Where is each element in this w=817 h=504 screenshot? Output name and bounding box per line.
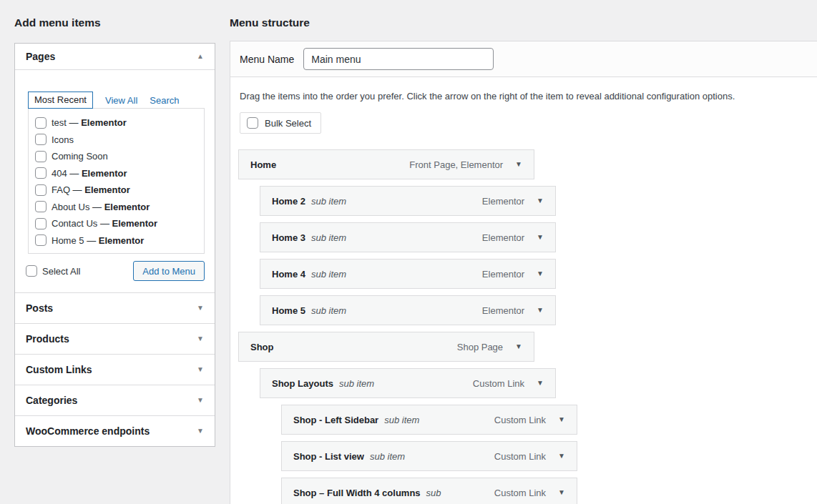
tab-view-all[interactable]: View All (105, 95, 137, 106)
expand-down-icon[interactable]: ▼ (537, 270, 544, 277)
menu-item-bar[interactable]: Home 4sub itemElementor▼ (260, 259, 556, 289)
drag-instructions: Drag the items into the order you prefer… (240, 89, 808, 103)
expand-down-icon[interactable]: ▼ (537, 380, 544, 387)
page-item-label: 404 — Elementor (52, 168, 127, 179)
expand-down-icon[interactable]: ▼ (197, 335, 204, 342)
page-item-label: test — Elementor (52, 117, 127, 128)
menu-item-sub-label: sub item (384, 415, 419, 425)
pages-footer-row: Select All Add to Menu (26, 261, 205, 281)
accordion-section-title: Posts (26, 302, 53, 314)
menu-item-bar[interactable]: Home 3sub itemElementor▼ (260, 222, 556, 252)
pages-tabs: Most Recent View All Search (28, 92, 205, 109)
expand-down-icon[interactable]: ▼ (537, 197, 544, 204)
page-checkbox[interactable] (35, 184, 47, 196)
accordion-section-woocommerce-endpoints[interactable]: WooCommerce endpoints▼ (15, 415, 215, 446)
add-menu-items-panel: Pages ▲ Most Recent View All Search test… (14, 43, 215, 447)
bulk-select[interactable]: Bulk Select (240, 112, 321, 134)
page-checkbox[interactable] (35, 167, 47, 179)
expand-down-icon[interactable]: ▼ (197, 428, 204, 435)
expand-down-icon[interactable]: ▼ (197, 305, 204, 312)
menu-item-type-label: Shop Page (457, 342, 503, 352)
menu-item-bar[interactable]: Home 2sub itemElementor▼ (260, 186, 556, 216)
pages-section-header[interactable]: Pages ▲ (15, 44, 215, 70)
collapse-up-icon[interactable]: ▲ (197, 53, 204, 60)
expand-down-icon[interactable]: ▼ (537, 307, 544, 314)
menu-item-type-label: Custom Link (494, 488, 546, 498)
page-item-label: Contact Us — Elementor (52, 218, 157, 229)
add-menu-items-heading: Add menu items (14, 16, 101, 29)
accordion-sections: Posts▼Products▼Custom Links▼Categories▼W… (15, 292, 215, 446)
page-checkbox[interactable] (35, 151, 47, 162)
select-all: Select All (26, 265, 80, 277)
expand-down-icon[interactable]: ▼ (197, 366, 204, 373)
menu-item-bar[interactable]: Shop Layoutssub itemCustom Link▼ (260, 368, 556, 398)
menu-item-bar[interactable]: Shop - Left Sidebarsub itemCustom Link▼ (281, 405, 577, 435)
menu-structure-list: HomeFront Page, Elementor▼Home 2sub item… (238, 149, 808, 504)
accordion-section-custom-links[interactable]: Custom Links▼ (15, 354, 215, 385)
menu-item-title: Shop - Left Sidebar (293, 415, 378, 425)
menu-item-title: Home 4 (272, 269, 305, 280)
page-checkbox[interactable] (35, 201, 47, 212)
accordion-section-categories[interactable]: Categories▼ (15, 385, 215, 415)
menu-item-title: Home (250, 159, 276, 170)
menu-item-bar[interactable]: Shop – Full Width 4 columnssubCustom Lin… (281, 478, 577, 504)
expand-down-icon[interactable]: ▼ (558, 453, 565, 460)
menu-structure-heading: Menu structure (230, 16, 310, 29)
expand-down-icon[interactable]: ▼ (197, 397, 204, 404)
menu-item-title: Shop – Full Width 4 columns (293, 488, 421, 498)
expand-down-icon[interactable]: ▼ (537, 234, 544, 241)
page-checkbox[interactable] (35, 218, 47, 229)
menu-name-row: Menu Name (230, 41, 817, 77)
menu-item-sub-label: sub (426, 488, 441, 498)
page-checklist-row: 404 — Elementor (35, 165, 204, 182)
menu-item-type-label: Custom Link (494, 451, 546, 462)
menu-item-type-label: Elementor (482, 269, 524, 280)
menu-item-type-label: Elementor (482, 232, 524, 243)
expand-down-icon[interactable]: ▼ (515, 161, 522, 168)
bulk-select-checkbox[interactable] (247, 117, 258, 129)
tab-most-recent[interactable]: Most Recent (28, 92, 93, 109)
page-checklist-row: FAQ — Elementor (35, 182, 204, 199)
menu-structure-body: Drag the items into the order you prefer… (230, 89, 817, 504)
accordion-section-posts[interactable]: Posts▼ (15, 292, 215, 323)
page-checklist-row: Contact Us — Elementor (35, 215, 204, 232)
menu-item-title: Home 3 (272, 232, 305, 243)
add-to-menu-button[interactable]: Add to Menu (133, 261, 205, 281)
menu-item-sub-label: sub item (311, 269, 346, 280)
accordion-section-title: Categories (26, 395, 77, 406)
page-item-label: Coming Soon (52, 151, 108, 162)
menu-name-input[interactable] (303, 48, 494, 70)
menu-item-bar[interactable]: ShopShop Page▼ (238, 332, 534, 362)
page-item-label: About Us — Elementor (52, 202, 150, 212)
accordion-section-products[interactable]: Products▼ (15, 323, 215, 354)
menu-item-sub-label: sub item (311, 196, 346, 207)
page-checkbox[interactable] (35, 134, 47, 145)
menu-item-bar[interactable]: HomeFront Page, Elementor▼ (238, 149, 534, 179)
page-checklist-row: test — Elementor (35, 114, 204, 132)
page-checkbox[interactable] (35, 117, 47, 129)
menu-item-type-label: Elementor (482, 305, 524, 316)
page-checklist-row: Home 5 — Elementor (35, 232, 204, 249)
menu-item-type-label: Custom Link (473, 378, 524, 389)
tab-search[interactable]: Search (150, 95, 179, 106)
menu-item-title: Shop (250, 342, 274, 352)
pages-section-body: Most Recent View All Search test — Eleme… (15, 70, 215, 292)
page-checkbox[interactable] (35, 234, 47, 246)
menu-item-sub-label: sub item (339, 378, 374, 389)
menu-item-title: Shop Layouts (272, 378, 333, 389)
page-item-label: Icons (52, 134, 74, 145)
menu-item-title: Home 2 (272, 196, 305, 207)
menu-item-bar[interactable]: Shop - List viewsub itemCustom Link▼ (281, 441, 577, 471)
select-all-checkbox[interactable] (26, 265, 37, 277)
menu-item-type-label: Front Page, Elementor (409, 159, 503, 170)
menu-item-type-label: Elementor (482, 196, 524, 207)
expand-down-icon[interactable]: ▼ (558, 489, 565, 496)
menu-item-bar[interactable]: Home 5sub itemElementor▼ (260, 295, 556, 325)
accordion-section-title: Products (26, 333, 69, 345)
expand-down-icon[interactable]: ▼ (515, 343, 522, 350)
select-all-label: Select All (42, 266, 80, 277)
pages-section-title: Pages (26, 51, 55, 62)
page-item-label: Home 5 — Elementor (52, 235, 144, 246)
menu-item-sub-label: sub item (370, 451, 405, 462)
expand-down-icon[interactable]: ▼ (558, 416, 565, 423)
